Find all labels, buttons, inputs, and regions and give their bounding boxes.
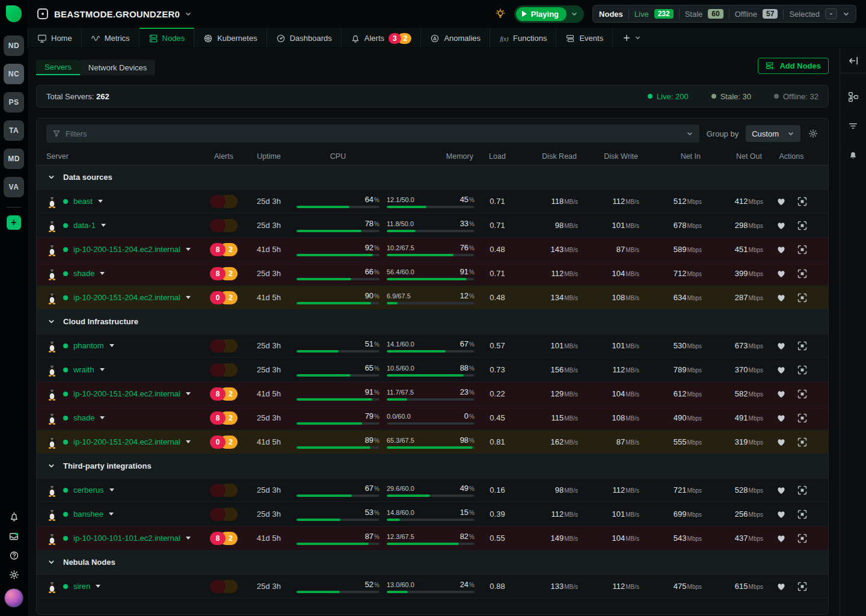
server-link[interactable]: ip-10-200-151-204.ec2.internal [73,245,180,254]
chevron-down-icon[interactable] [96,585,100,588]
table-row[interactable]: ip-10-100-101-101.ec2.internal8241d 5h87… [37,526,828,550]
alerts-pill[interactable]: 82 [210,411,238,425]
brand-logo[interactable] [0,0,28,28]
workspace-button-nc[interactable]: NC [4,64,24,84]
chevron-down-icon[interactable] [109,344,114,347]
server-link[interactable]: beast [73,197,93,206]
workspace-button-ps[interactable]: PS [4,92,24,112]
focus-scan-icon[interactable] [797,534,807,543]
chevron-down-icon[interactable] [48,173,55,181]
server-link[interactable]: banshee [73,510,103,519]
inbox-icon[interactable] [8,531,19,541]
notifications-bell-icon[interactable] [8,511,19,522]
focus-scan-icon[interactable] [797,485,807,495]
workspace-button-nd[interactable]: ND [4,35,24,56]
tab-events[interactable]: Events [556,28,613,48]
table-row[interactable]: ip-10-200-151-204.ec2.internal0241d 5h90… [37,286,828,310]
node-tree-icon[interactable] [848,91,859,102]
selected-value-badge[interactable]: - [825,8,837,19]
tab-network-devices[interactable]: Network Devices [80,60,156,75]
table-row[interactable]: phantom 25d 3h51%14.1/60.067%0.57101MB/s… [37,334,828,358]
focus-scan-icon[interactable] [797,413,807,423]
chevron-down-icon[interactable] [843,10,850,17]
favorite-heart-icon[interactable] [776,485,786,495]
table-row[interactable]: siren 25d 3h52%13.0/60.024%0.88133MB/s11… [37,574,828,599]
tips-bulb-icon[interactable] [495,8,506,19]
focus-scan-icon[interactable] [797,510,807,519]
server-link[interactable]: phantom [73,341,104,350]
favorite-heart-icon[interactable] [776,437,786,447]
favorite-heart-icon[interactable] [776,293,786,303]
filters-inputbox[interactable] [46,125,699,143]
favorite-heart-icon[interactable] [776,365,786,375]
chevron-down-icon[interactable] [101,224,106,227]
offline-count-badge[interactable]: 57 [763,9,778,19]
chevron-down-icon[interactable] [571,10,578,17]
favorite-heart-icon[interactable] [776,510,786,519]
favorite-heart-icon[interactable] [776,413,786,423]
focus-scan-icon[interactable] [797,221,807,230]
column-header-net-out[interactable]: Net Out [703,152,764,161]
alerts-pill[interactable]: 82 [210,267,238,280]
focus-scan-icon[interactable] [797,293,807,303]
table-settings-gear-icon[interactable] [808,128,818,139]
chevron-down-icon[interactable] [185,10,192,17]
server-link[interactable]: ip-10-100-101-101.ec2.internal [73,534,180,543]
chevron-down-icon[interactable] [186,537,191,540]
server-link[interactable]: siren [73,582,90,591]
add-workspace-button[interactable]: + [7,215,21,230]
column-header-actions[interactable]: Actions [764,152,818,161]
tab-home[interactable]: Home [28,28,82,48]
favorite-heart-icon[interactable] [776,221,786,230]
focus-scan-icon[interactable] [797,245,807,254]
column-header-net-in[interactable]: Net In [640,152,703,161]
focus-scan-icon[interactable] [797,269,807,279]
chevron-down-icon[interactable] [186,440,191,443]
chevron-down-icon[interactable] [686,130,693,137]
group-header[interactable]: Cloud Infrastructure [37,310,828,334]
chevron-down-icon[interactable] [186,296,191,299]
server-link[interactable]: cerberus [73,485,104,494]
table-row[interactable]: ip-10-200-151-204.ec2.internal0241d 5h89… [37,430,828,454]
server-link[interactable]: shade [73,269,94,278]
tab-servers[interactable]: Servers [36,60,80,75]
column-header-server[interactable]: Server [46,152,205,161]
favorite-heart-icon[interactable] [776,534,786,543]
live-count-badge[interactable]: 232 [654,9,674,19]
group-header[interactable]: Data sources [37,165,828,189]
chevron-down-icon[interactable] [48,462,55,470]
tab-anomalies[interactable]: Anomalies [421,28,490,48]
chevron-down-icon[interactable] [100,272,105,275]
chevron-down-icon[interactable] [186,392,191,395]
focus-scan-icon[interactable] [797,582,807,591]
table-row[interactable]: shade8225d 3h66%56.4/60.091%0.71112MB/s1… [37,262,828,286]
column-header-load[interactable]: Load [476,152,519,161]
server-link[interactable]: data-1 [73,221,96,230]
workspace-button-md[interactable]: MD [4,149,24,169]
tab-alerts[interactable]: Alerts32 [342,28,422,48]
table-row[interactable]: banshee 25d 3h53%14.8/60.015%0.39112MB/s… [37,502,828,526]
alerts-pill[interactable]: 02 [210,436,238,449]
column-header-disk-read[interactable]: Disk Read [519,152,579,161]
group-header[interactable]: Nebula Nodes [37,550,828,574]
favorite-heart-icon[interactable] [776,197,786,206]
table-row[interactable]: data-1 25d 3h78%11.8/50.033%0.7198MB/s10… [37,214,828,238]
chevron-down-icon[interactable] [98,200,103,203]
table-row[interactable]: ip-10-200-151-204.ec2.internal8241d 5h91… [37,382,828,406]
chevron-down-icon[interactable] [186,248,191,251]
table-row[interactable]: shade8225d 3h79%0.0/60.00%0.45115MB/s108… [37,406,828,430]
workspace-button-ta[interactable]: TA [4,120,24,141]
stale-count-badge[interactable]: 60 [708,9,723,19]
group-header[interactable]: Third-party integrations [37,454,828,478]
table-row[interactable]: cerberus 25d 3h67%29.6/60.049%0.1698MB/s… [37,478,828,502]
alerts-pill[interactable]: 82 [210,387,238,401]
group-by-select[interactable]: Custom [746,125,800,142]
filter-lines-icon[interactable] [848,120,859,131]
add-nodes-button[interactable]: Add Nodes [758,58,829,74]
user-avatar[interactable] [4,588,23,608]
favorite-heart-icon[interactable] [776,341,786,351]
column-header-disk-write[interactable]: Disk Write [579,152,640,161]
alerts-pill[interactable]: 02 [210,291,238,304]
chevron-down-icon[interactable] [100,416,105,419]
column-header-memory[interactable]: Memory [381,152,476,161]
